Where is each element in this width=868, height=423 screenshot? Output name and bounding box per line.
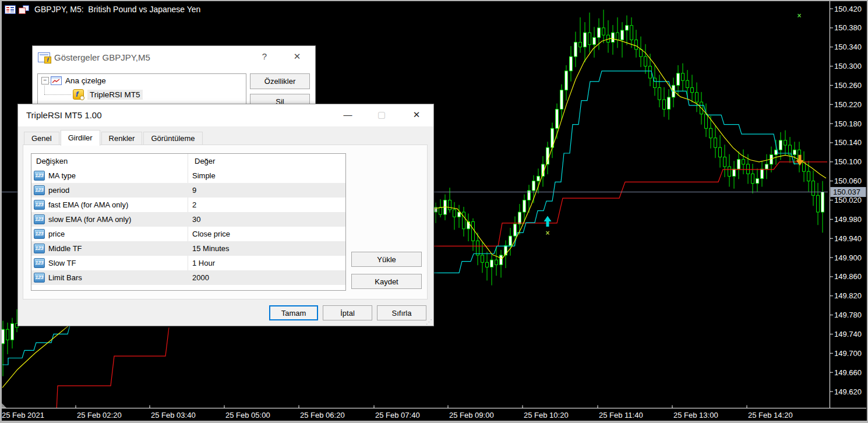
tree-item-triplersi[interactable]: TripleRSI MT5	[73, 89, 143, 100]
candle-body	[593, 37, 596, 44]
minimize-icon[interactable]: —	[339, 110, 357, 119]
window-frame	[0, 421, 868, 423]
tree-item-label[interactable]: TripleRSI MT5	[87, 90, 143, 100]
numeric-param-icon: 123	[34, 214, 45, 224]
tab-görüntüleme[interactable]: Görüntüleme	[143, 132, 202, 145]
time-axis-label: 25 Feb 11:40	[599, 411, 643, 420]
candle-body	[714, 138, 717, 147]
candle-body	[556, 109, 559, 128]
price-axis-label: 150.380	[834, 23, 862, 32]
ok-button[interactable]: Tamam	[269, 305, 318, 320]
price-scale[interactable]: 150.420150.380150.340150.300150.260150.2…	[830, 5, 862, 396]
parameters-table[interactable]: DeğişkenDeğer123MA typeSimple123period91…	[31, 153, 346, 291]
candle-body	[439, 207, 442, 214]
time-axis-label: 25 Feb 09:00	[449, 411, 494, 420]
candle-body	[500, 255, 503, 265]
candle-body	[779, 140, 782, 150]
reset-button[interactable]: Sıfırla	[377, 305, 426, 320]
time-scale[interactable]: 25 Feb 202125 Feb 02:2025 Feb 03:4025 Fe…	[2, 406, 793, 420]
close-icon[interactable]: ✕	[408, 110, 425, 120]
param-row[interactable]: 123Slow TF1 Hour	[31, 256, 345, 270]
time-axis-label: 25 Feb 14:20	[748, 411, 793, 420]
time-axis-label: 25 Feb 05:00	[225, 411, 270, 420]
numeric-param-icon: 123	[34, 258, 45, 268]
ma-fast-main-line	[433, 38, 826, 259]
price-axis-label: 149.740	[834, 330, 862, 339]
param-value[interactable]: 2	[188, 200, 196, 209]
tab-renkler[interactable]: Renkler	[101, 132, 143, 145]
param-row[interactable]: 123Middle TF15 Minutes	[31, 241, 345, 256]
ma-middle-main-line	[433, 71, 800, 273]
param-row[interactable]: 123priceClose price	[31, 227, 345, 241]
candle-body	[560, 90, 563, 110]
param-name: fast EMA (for AMA only)	[45, 200, 188, 209]
properties-dialog-titlebar[interactable]: TripleRSI MT5 1.00 — ▢ ✕	[18, 104, 433, 126]
param-value[interactable]: 1 Hour	[188, 259, 215, 267]
header-variable: Değişken	[31, 157, 190, 165]
candle-body	[532, 181, 535, 191]
tree-item-label[interactable]: Ana çizelge	[65, 76, 106, 85]
save-button[interactable]: Kaydet	[351, 274, 422, 289]
candle-body	[733, 169, 736, 176]
price-axis-label: 150.140	[834, 138, 862, 147]
param-value[interactable]: 2000	[188, 273, 209, 282]
load-button[interactable]: Yükle	[351, 252, 422, 267]
close-icon[interactable]: ✕	[288, 51, 306, 62]
param-value[interactable]: 30	[188, 215, 200, 224]
chart-title: GBPJPY, M5: British Pound vs Japanese Ye…	[34, 5, 200, 14]
candle-body	[11, 323, 14, 340]
resize-grip[interactable]: ⋰	[426, 318, 432, 326]
candle-body	[728, 167, 731, 176]
candle-body	[793, 150, 796, 154]
candle-body	[477, 241, 479, 255]
chart-title-bar[interactable]: GBPJPY, M5: British Pound vs Japanese Ye…	[2, 1, 200, 17]
numeric-param-icon: 123	[34, 229, 45, 239]
chart-icon	[51, 76, 62, 85]
param-row[interactable]: 123fast EMA (for AMA only)2	[31, 198, 345, 212]
indicators-dialog-title: Göstergeler GBPJPY,M5	[54, 52, 150, 62]
tab-genel[interactable]: Genel	[24, 132, 59, 145]
indicators-dialog-icon	[38, 52, 50, 62]
current-price-label: 150.037	[833, 188, 860, 196]
candle-body	[621, 30, 624, 40]
fx-indicator-icon	[73, 89, 84, 100]
candle-body	[784, 140, 787, 145]
candle-body	[668, 97, 671, 110]
time-axis-label: 25 Feb 03:40	[151, 411, 196, 420]
param-row[interactable]: 123period9	[31, 183, 345, 198]
candle-body	[710, 128, 712, 138]
param-value[interactable]: 9	[188, 186, 196, 195]
price-axis-label: 149.940	[834, 234, 862, 243]
candle-body	[635, 40, 638, 49]
param-value[interactable]: 15 Minutes	[188, 244, 230, 253]
window-frame	[0, 0, 868, 1]
param-row[interactable]: 123MA typeSimple	[31, 168, 345, 183]
time-axis-label: 25 Feb 06:20	[300, 411, 345, 420]
param-row[interactable]: 123Limit Bars2000	[31, 270, 345, 285]
tree-item-main-chart[interactable]: − Ana çizelge	[41, 76, 106, 85]
param-name: period	[45, 186, 188, 195]
candle-body	[751, 174, 754, 183]
param-value[interactable]: Simple	[188, 171, 216, 180]
candle-body	[696, 93, 698, 102]
tree-connector	[44, 86, 45, 94]
candle-body	[2, 329, 5, 344]
tab-girdiler[interactable]: Girdiler	[61, 130, 100, 146]
param-name: Middle TF	[45, 244, 188, 253]
candle-body	[640, 50, 643, 57]
price-axis-label: 149.860	[834, 272, 862, 281]
candle-body	[491, 260, 493, 267]
candle-body	[765, 164, 768, 169]
param-row[interactable]: 123slow EMA (for AMA only)30	[31, 212, 345, 227]
quotes-window-icon	[5, 5, 16, 14]
properties-button[interactable]: Özellikler	[250, 73, 310, 89]
indicators-dialog-titlebar[interactable]: Göstergeler GBPJPY,M5 ? ✕	[33, 46, 315, 69]
param-value[interactable]: Close price	[188, 230, 230, 238]
help-icon[interactable]: ?	[256, 51, 273, 61]
collapse-icon[interactable]: −	[41, 77, 49, 84]
indicator-properties-dialog: TripleRSI MT5 1.00 — ▢ ✕ GenelGirdilerRe…	[17, 104, 434, 326]
time-axis-label: 25 Feb 2021	[2, 411, 44, 420]
cancel-button[interactable]: İptal	[323, 305, 372, 320]
candle-body	[630, 26, 633, 40]
properties-dialog-title: TripleRSI MT5 1.00	[26, 110, 102, 120]
